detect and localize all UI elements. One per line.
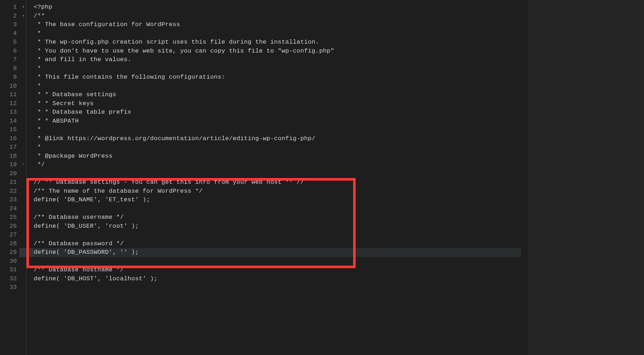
line-number[interactable]: 30 [0,257,26,266]
code-line[interactable] [34,169,521,178]
code-line[interactable]: define( 'DB_NAME', 'ET_test' ); [34,196,521,204]
line-number[interactable]: 6 [0,47,26,56]
code-text: /** [34,13,45,19]
code-text: * @link https://wordpress.org/documentat… [34,135,316,142]
code-line[interactable]: define( 'DB_HOST', 'localhost' ); [34,275,521,283]
code-text: /** Database hostname */ [34,266,124,273]
code-text: * [34,65,41,72]
code-text: /** The name of the database for WordPre… [34,188,203,194]
code-content-area[interactable]: <?php/** * The base configuration for Wo… [26,0,521,355]
line-number[interactable]: 27 [0,231,26,240]
code-text: define( 'DB_NAME', 'ET_test' ); [34,196,150,203]
code-line[interactable]: * [34,29,521,38]
line-number[interactable]: 12 [0,99,26,108]
line-number[interactable]: 13 [0,108,26,117]
code-line[interactable]: /** Database username */ [34,213,521,222]
line-number[interactable]: 2▾ [0,12,26,21]
code-line[interactable]: * [34,143,521,152]
code-text: * [34,144,41,151]
code-line[interactable]: /** Database hostname */ [34,266,521,275]
code-line[interactable]: // ** Database settings - You can get th… [34,178,521,187]
code-text: define( 'DB_HOST', 'localhost' ); [34,275,158,282]
code-line[interactable] [34,283,521,292]
code-text: * [34,30,41,37]
code-line[interactable]: * @package WordPress [34,152,521,161]
line-number[interactable]: 33 [0,283,26,292]
code-line[interactable]: /** The name of the database for WordPre… [34,187,521,196]
code-line[interactable]: */ [34,161,521,169]
line-number[interactable]: 26 [0,222,26,231]
code-text: /** Database password */ [34,240,124,247]
code-text: // ** Database settings - You can get th… [34,179,304,186]
fold-arrow-icon[interactable]: ▾ [22,12,25,21]
code-text: * * Secret keys [34,100,94,107]
line-number[interactable]: 14 [0,117,26,126]
line-number[interactable]: 15 [0,125,26,134]
line-number[interactable]: 32 [0,275,26,283]
line-number[interactable]: 24 [0,204,26,213]
line-number[interactable]: 1▾ [0,3,26,12]
code-text: * @package WordPress [34,153,113,159]
line-number-gutter[interactable]: 1▾2▾345678910111213141516171819└20212223… [0,0,26,355]
line-number[interactable]: 19└ [0,161,26,169]
code-line[interactable] [34,204,521,213]
code-line[interactable]: /** [34,12,521,21]
code-line[interactable]: * [34,82,521,91]
side-panel [528,0,644,355]
code-line[interactable]: <?php [34,3,521,12]
code-line[interactable]: * [34,64,521,73]
code-text: * The base configuration for WordPress [34,21,180,28]
code-line[interactable]: * @link https://wordpress.org/documentat… [34,134,521,143]
code-text: * The wp-config.php creation script uses… [34,39,319,45]
code-text: * * Database settings [34,91,116,98]
fold-arrow-icon[interactable]: ▾ [22,3,25,12]
line-number[interactable]: 7 [0,55,26,64]
code-text: * and fill in the values. [34,56,131,63]
line-number[interactable]: 23 [0,196,26,204]
code-text: /** Database username */ [34,214,124,221]
code-text: * * Database table prefix [34,109,131,115]
code-line[interactable]: * The wp-config.php creation script uses… [34,38,521,47]
code-line[interactable]: * * Database table prefix [34,108,521,117]
line-number[interactable]: 17 [0,143,26,152]
code-line[interactable]: * and fill in the values. [34,55,521,64]
line-number[interactable]: 25 [0,213,26,222]
line-number[interactable]: 22 [0,187,26,196]
code-text: */ [34,161,45,168]
line-number[interactable]: 28 [0,240,26,248]
code-line[interactable] [34,257,521,266]
line-number[interactable]: 5 [0,38,26,47]
line-number[interactable]: 18 [0,152,26,161]
code-text: <?php [34,4,53,10]
code-line[interactable]: * The base configuration for WordPress [34,20,521,29]
code-text: define( 'DB_USER', 'root' ); [34,223,139,230]
line-number[interactable]: 21 [0,178,26,187]
code-line[interactable]: * This file contains the following confi… [34,73,521,82]
code-line[interactable]: * [34,125,521,134]
minimap[interactable] [521,0,528,355]
line-number[interactable]: 3 [0,20,26,29]
line-number[interactable]: 8 [0,64,26,73]
line-number[interactable]: 16 [0,134,26,143]
line-number[interactable]: 20 [0,169,26,178]
line-number[interactable]: 9 [0,73,26,82]
code-editor: 1▾2▾345678910111213141516171819└20212223… [0,0,644,355]
fold-end-icon: └ [21,161,24,169]
code-text: * [34,83,41,89]
line-number[interactable]: 31 [0,266,26,275]
code-line[interactable]: /** Database password */ [34,240,521,248]
line-number[interactable]: 11 [0,90,26,99]
line-number[interactable]: 10 [0,82,26,91]
code-line[interactable] [34,231,521,240]
code-text: * * ABSPATH [34,118,79,124]
code-line[interactable]: * You don't have to use the web site, yo… [34,47,521,56]
code-text: * You don't have to use the web site, yo… [34,48,334,54]
code-line[interactable]: * * Database settings [34,90,521,99]
code-line[interactable]: * * Secret keys [34,99,521,108]
code-line[interactable]: define( 'DB_PASSWORD', '' ); [34,248,521,257]
code-line[interactable]: * * ABSPATH [34,117,521,126]
code-text: * This file contains the following confi… [34,74,225,80]
line-number[interactable]: 4 [0,29,26,38]
code-line[interactable]: define( 'DB_USER', 'root' ); [34,222,521,231]
code-text: * [34,126,41,133]
